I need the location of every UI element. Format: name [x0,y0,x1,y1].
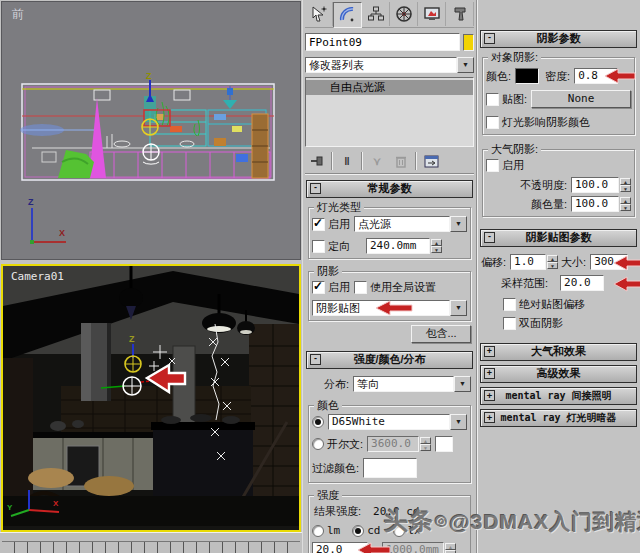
tab-create[interactable] [305,2,333,26]
rollout-shadow-params[interactable]: - 阴影参数 [480,30,637,48]
tab-display[interactable] [418,2,446,26]
rollout-general-params[interactable]: - 常规参数 [306,180,473,198]
tab-hierarchy[interactable] [362,2,390,26]
opacity-spinner[interactable]: ▲▼ [620,178,631,192]
stack-item-selected[interactable]: 自由点光源 [306,80,473,95]
camera-viewport-scene: Z X [3,266,299,526]
rollout-mentalray-indirect[interactable]: + mental ray 间接照明 [480,387,637,405]
targeted-checkbox[interactable] [312,240,325,253]
two-sided-shadows-checkbox[interactable] [503,317,516,330]
rollout-mentalray-light-shader[interactable]: + mental ray 灯光明暗器 [480,409,637,427]
light-type-dropdown[interactable]: 点光源 ▼ [354,216,467,232]
object-color-swatch[interactable] [463,34,474,51]
lx-distance-spinner[interactable]: ▲▼ [445,543,456,553]
front-viewport[interactable]: 前 [1,1,301,260]
opacity-field[interactable]: 100.0 [571,177,619,193]
watermark-brand: 头条 [384,507,434,534]
use-global-checkbox[interactable] [354,281,367,294]
sample-range-field[interactable]: 20.0 [560,275,604,291]
color-amount-field[interactable]: 100.0 [571,196,619,212]
exclude-button[interactable]: 包含... [411,325,471,343]
modifier-list-dropdown[interactable]: 修改器列表 ▼ [305,57,474,73]
kelvin-field[interactable]: 3600.0 [367,436,419,452]
tab-utilities[interactable] [446,2,474,26]
expand-icon: + [484,368,495,379]
size-field[interactable]: 300 [590,254,628,270]
kelvin-color-swatch[interactable] [435,436,453,452]
range-hood [81,323,111,401]
lx-distance-field[interactable]: 1000.0mm [382,542,444,553]
shadow-density-field[interactable]: 0.8 [574,68,618,84]
create-icon [310,5,328,23]
chevron-down-icon[interactable]: ▼ [450,414,467,430]
front-viewport-scene: 前 [2,2,300,259]
chevron-down-icon[interactable]: ▼ [454,376,471,392]
remove-modifier-button[interactable] [389,151,413,171]
intensity-value-field[interactable]: 20.0 [312,542,368,553]
rollout-atmospheres-effects[interactable]: + 大气和效果 [480,343,637,361]
hierarchy-icon [367,5,385,23]
shadow-map-none-button[interactable]: None [531,90,631,108]
viewport-label: 前 [12,7,24,21]
color-preset-dropdown[interactable]: D65White ▼ [328,414,467,430]
stack-toolbar: ‖ ⋎ [305,149,474,174]
rollout-intensity-color[interactable]: - 强度/颜色/分布 [306,351,473,369]
color-group: 颜色 D65White ▼ 开尔文: 3600.0 ▲▼ 过滤颜色: [308,405,471,483]
annotation-arrow-sample-range [612,276,640,292]
display-icon [423,5,441,23]
rollout-advanced-effects[interactable]: + 高级效果 [480,365,637,383]
make-unique-button[interactable]: ⋎ [365,151,389,171]
chevron-down-icon[interactable]: ▼ [450,216,467,232]
target-distance-spinner[interactable]: ▲▼ [431,239,442,253]
expand-icon: + [484,390,495,401]
toolbar-divider [331,152,333,170]
front-axis-tripod: Z X [28,197,66,244]
toolbar-divider [361,152,363,170]
kelvin-spinner[interactable]: ▲▼ [420,437,431,451]
distribution-dropdown[interactable]: 等向 ▼ [353,376,471,392]
shadows-group: 阴影 启用 使用全局设置 阴影贴图 ▼ [308,271,471,321]
tab-modify[interactable] [333,2,362,28]
svg-text:Y: Y [7,503,13,512]
absolute-map-bias-checkbox[interactable] [503,298,516,311]
unit-lm-radio[interactable] [312,525,324,537]
object-name-field[interactable] [305,33,460,51]
timeline-ticks [2,541,300,553]
tab-motion[interactable] [390,2,418,26]
svg-text:X: X [59,228,65,238]
collapse-icon: - [484,232,495,243]
3dsmax-window: 前 [0,0,640,553]
bias-field[interactable]: 1.0 [510,254,546,270]
viewport-area: 前 [0,0,302,553]
modifier-stack[interactable]: 自由点光源 [305,77,474,147]
kelvin-radio[interactable] [312,438,324,450]
atmosphere-on-checkbox[interactable] [486,159,499,172]
color-amount-spinner[interactable]: ▲▼ [620,197,631,211]
svg-text:Z: Z [28,197,34,207]
light-affects-checkbox[interactable] [486,116,499,129]
camera-viewport[interactable]: Z X [1,264,301,532]
expand-icon: + [484,412,495,423]
shadows-on-checkbox[interactable] [312,281,325,294]
shadow-color-swatch[interactable] [515,68,539,84]
configure-modifier-sets-button[interactable] [419,151,443,171]
toutiao-circle-logo-icon: ◎ [435,512,448,528]
filter-color-swatch[interactable] [363,458,417,478]
trash-icon [395,154,407,168]
pin-stack-button[interactable] [305,151,329,171]
chevron-down-icon[interactable]: ▼ [457,57,474,73]
bias-spinner[interactable]: ▲▼ [547,255,558,269]
unit-cd-radio[interactable] [352,525,364,537]
show-end-result-button[interactable]: ‖ [335,151,359,171]
timeline-ruler[interactable] [0,532,302,553]
collapse-icon: - [484,33,495,44]
target-distance-field[interactable]: 240.0mm [366,238,430,254]
rollout-shadow-map-params[interactable]: - 阴影贴图参数 [480,229,637,247]
shadow-map-checkbox[interactable] [486,93,499,106]
color-preset-radio[interactable] [312,416,324,428]
chevron-down-icon[interactable]: ▼ [450,300,467,316]
shadow-type-dropdown[interactable]: 阴影贴图 ▼ [312,300,467,316]
collapse-icon: - [310,183,321,194]
light-on-checkbox[interactable] [312,218,325,231]
svg-text:X: X [53,499,59,508]
